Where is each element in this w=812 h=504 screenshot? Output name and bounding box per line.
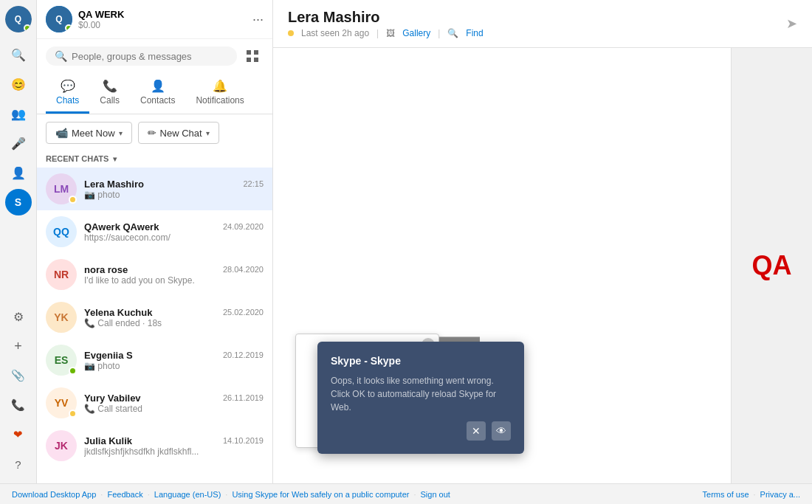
svg-rect-3 — [254, 58, 258, 62]
footer-privacy-link[interactable]: Privacy a... — [760, 490, 800, 499]
profile-info: Q QA WERK $0.00 — [46, 6, 124, 32]
nav-settings-icon[interactable]: ⚙ — [5, 303, 32, 330]
tab-bar: 💬 Chats 📞 Calls 👤 Contacts 🔔 Notificatio… — [37, 73, 272, 114]
chat-time: 14.10.2019 — [223, 436, 264, 445]
sidebar-header: Q QA WERK $0.00 ··· — [37, 0, 272, 39]
chat-list-item[interactable]: YK Yelena Kuchuk 25.02.2020 📞 Call ended… — [37, 296, 272, 339]
svg-rect-0 — [247, 50, 251, 55]
chat-list: LM Lera Mashiro 22:15 📷 photo QQ QAwerk … — [37, 168, 272, 483]
chat-name: Yelena Kuchuk — [84, 307, 152, 318]
tab-chats[interactable]: 💬 Chats — [46, 73, 89, 114]
footer: Download Desktop App · Feedback · Langua… — [0, 483, 812, 504]
footer-download-link[interactable]: Download Desktop App — [12, 490, 96, 499]
skype-dialog-eye-button[interactable]: 👁 — [492, 421, 511, 441]
skype-dialog-close-button[interactable]: ✕ — [467, 421, 486, 441]
calls-icon: 📞 — [103, 79, 117, 93]
chat-list-item[interactable]: YV Yury Vabilev 26.11.2019 📞 Call starte… — [37, 382, 272, 424]
tab-contacts[interactable]: 👤 Contacts — [130, 73, 185, 114]
action-buttons: 📹 Meet Now ▾ ✏ New Chat ▾ — [37, 114, 272, 151]
chat-list-item[interactable]: JK Julia Kulik 14.10.2019 jkdlsfkjshfjkh… — [37, 424, 272, 467]
nav-skype-icon[interactable]: S — [5, 189, 32, 215]
nav-help-icon[interactable]: ? — [5, 451, 32, 477]
edit-icon: ✏ — [148, 127, 156, 139]
recent-chats-header[interactable]: RECENT CHATS ▾ — [37, 151, 272, 168]
more-menu-button[interactable]: ··· — [252, 12, 264, 27]
chat-time: 25.02.2020 — [223, 308, 264, 317]
nav-contacts-icon[interactable]: 👤 — [5, 159, 32, 186]
chat-info: nora rose 28.04.2020 I'd like to add you… — [84, 264, 264, 286]
footer-language-link[interactable]: Language (en-US) — [154, 490, 221, 499]
chat-contact-name: Lera Mashiro — [288, 9, 484, 26]
chat-avatar: YV — [46, 387, 77, 418]
recent-chats-chevron: ▾ — [113, 155, 117, 163]
footer-feedback-link[interactable]: Feedback — [107, 490, 142, 499]
search-input[interactable] — [72, 51, 228, 62]
tab-notifications[interactable]: 🔔 Notifications — [185, 73, 254, 114]
chat-name: Lera Mashiro — [84, 179, 144, 190]
chat-avatar: QQ — [46, 216, 77, 247]
chat-header-meta: Last seen 2h ago | 🖼 Gallery | 🔍 Find — [288, 28, 484, 38]
chat-name: nora rose — [84, 264, 128, 275]
search-icon: 🔍 — [55, 50, 67, 62]
chat-preview: 📞 Call ended · 18s — [84, 318, 232, 328]
gallery-icon: 🖼 — [386, 28, 395, 38]
tab-calls[interactable]: 📞 Calls — [89, 73, 130, 114]
chat-header-info: Lera Mashiro Last seen 2h ago | 🖼 Galler… — [288, 9, 484, 38]
find-icon: 🔍 — [447, 28, 458, 38]
nav-heart-icon[interactable]: ❤ — [5, 421, 32, 448]
find-link[interactable]: Find — [466, 28, 483, 38]
tab-chats-label: Chats — [56, 95, 79, 106]
chat-time: 22:15 — [243, 179, 264, 188]
chat-list-item[interactable]: QQ QAwerk QAwerk 24.09.2020 https://sauc… — [37, 210, 272, 253]
profile-avatar: Q — [46, 6, 72, 32]
new-chat-button[interactable]: ✏ New Chat ▾ — [138, 122, 219, 144]
new-chat-label: New Chat — [160, 128, 202, 139]
status-dot-yellow — [288, 30, 294, 36]
nav-clip-icon[interactable]: 📎 — [5, 362, 32, 389]
grid-view-button[interactable] — [241, 45, 264, 67]
chat-preview: jkdlsfkjshfjkhsdfkh jkdflskhfl... — [84, 446, 232, 457]
nav-groups-icon[interactable]: 👥 — [5, 100, 32, 127]
contacts-icon: 👤 — [151, 79, 165, 93]
footer-signout-link[interactable]: Sign out — [421, 490, 450, 499]
popup-overlay: × QAWERK + Skype - Skype Oops, it looks … — [295, 334, 812, 454]
recent-chats-label: RECENT CHATS — [46, 154, 109, 163]
chat-header-actions: ➤ — [786, 15, 797, 32]
chat-list-item[interactable]: ES Evgeniia S 20.12.2019 📷 photo — [37, 339, 272, 382]
chat-header: Lera Mashiro Last seen 2h ago | 🖼 Galler… — [273, 0, 812, 48]
profile-name: QA WERK — [78, 9, 124, 20]
search-input-wrap: 🔍 — [46, 46, 237, 66]
chat-list-item[interactable]: NR nora rose 28.04.2020 I'd like to add … — [37, 253, 272, 296]
meet-now-button[interactable]: 📹 Meet Now ▾ — [46, 122, 132, 144]
footer-terms-link[interactable]: Terms of use — [703, 490, 749, 499]
chat-avatar: LM — [46, 173, 77, 204]
user-avatar[interactable]: Q — [5, 6, 32, 32]
chat-time: 26.11.2019 — [223, 393, 264, 402]
separator-2: | — [438, 28, 440, 38]
chat-info: QAwerk QAwerk 24.09.2020 https://sauceco… — [84, 221, 264, 243]
nav-add-icon[interactable]: + — [5, 333, 32, 359]
nav-phone-icon[interactable]: 📞 — [5, 392, 32, 418]
chat-name: QAwerk QAwerk — [84, 221, 159, 232]
gallery-link[interactable]: Gallery — [402, 28, 430, 38]
nav-mic-icon[interactable]: 🎤 — [5, 130, 32, 156]
nav-search-icon[interactable]: 🔍 — [5, 41, 32, 68]
notifications-icon: 🔔 — [213, 79, 227, 93]
tab-calls-label: Calls — [100, 95, 120, 106]
tab-contacts-label: Contacts — [140, 95, 175, 106]
meet-now-chevron: ▾ — [119, 129, 123, 137]
chat-info: Yelena Kuchuk 25.02.2020 📞 Call ended · … — [84, 307, 264, 328]
skype-dialog-body: Oops, it looks like something went wrong… — [331, 374, 511, 414]
skype-error-dialog: Skype - Skype Oops, it looks like someth… — [317, 342, 524, 454]
send-message-button[interactable]: ➤ — [786, 15, 797, 32]
nav-emoji-icon[interactable]: 😊 — [5, 71, 32, 97]
search-bar: 🔍 — [37, 39, 272, 73]
footer-safe-link[interactable]: Using Skype for Web safely on a public c… — [232, 490, 409, 499]
chat-body: QA × QAWERK + Skype - Skype Oops, it loo… — [273, 48, 812, 483]
main-chat: Lera Mashiro Last seen 2h ago | 🖼 Galler… — [273, 0, 812, 483]
chat-preview: https://saucecon.com/ — [84, 232, 232, 243]
chat-avatar: JK — [46, 430, 77, 461]
svg-rect-1 — [254, 50, 258, 55]
chat-list-item[interactable]: LM Lera Mashiro 22:15 📷 photo — [37, 168, 272, 210]
qa-brand-text: QA — [752, 250, 792, 281]
